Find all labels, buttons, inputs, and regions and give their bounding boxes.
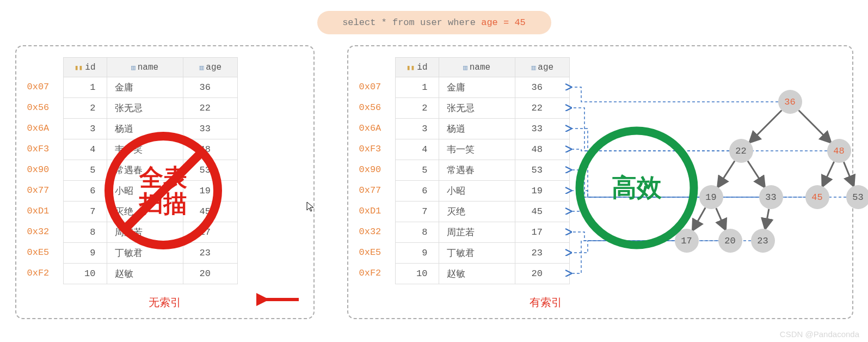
pk-icon: ▮▮ <box>407 64 415 72</box>
cell-age: 17 <box>515 222 569 243</box>
cell-age: 23 <box>515 243 569 264</box>
cell-age: 45 <box>515 201 569 222</box>
table-row: 9 丁敏君 23 <box>63 243 237 264</box>
cell-age: 48 <box>183 139 237 160</box>
pk-icon: ▮▮ <box>75 64 83 72</box>
tree-node: 45 <box>805 185 829 209</box>
cell-age: 19 <box>515 181 569 201</box>
cell-name: 金庸 <box>439 77 515 98</box>
svg-line-4 <box>798 111 829 142</box>
table-row: 7 灭绝 45 <box>63 201 237 222</box>
cell-age: 23 <box>183 243 237 264</box>
cell-name: 赵敏 <box>107 264 183 284</box>
row-address: 0xD1 <box>27 201 60 222</box>
user-table-left: ▮▮id ▥name ▥age 1 金庸 362 张无忌 223 杨逍 334 … <box>63 57 238 284</box>
cell-id: 10 <box>395 264 439 284</box>
table-row: 5 常遇春 53 <box>63 160 237 181</box>
table-row: 7 灭绝 45 <box>395 201 569 222</box>
cell-name: 韦一笑 <box>107 139 183 160</box>
row-address: 0x56 <box>359 97 392 118</box>
tree-node: 19 <box>699 185 723 209</box>
cell-name: 张无忌 <box>439 98 515 119</box>
cell-name: 丁敏君 <box>439 243 515 264</box>
table-row: 4 韦一笑 48 <box>395 139 569 160</box>
table-row: 3 杨逍 33 <box>395 119 569 139</box>
tree-node: 36 <box>778 90 802 114</box>
cell-id: 5 <box>395 160 439 181</box>
table-row: 3 杨逍 33 <box>63 119 237 139</box>
svg-line-8 <box>844 162 853 185</box>
svg-line-3 <box>750 111 781 142</box>
cell-name: 常遇春 <box>439 160 515 181</box>
cell-name: 金庸 <box>107 77 183 98</box>
cell-age: 48 <box>515 139 569 160</box>
cell-name: 周芷若 <box>439 222 515 243</box>
caption-with-index: 有索引 <box>250 295 841 310</box>
cell-age: 20 <box>515 264 569 284</box>
cell-id: 1 <box>395 77 439 98</box>
svg-line-10 <box>716 208 725 229</box>
sql-highlight: age = 45 <box>481 17 526 28</box>
table-row: 5 常遇春 53 <box>395 160 569 181</box>
panel-with-index: 0x070x560x6A0xF30x900x770xD10x320xE50xF2… <box>347 45 853 319</box>
tree-node: 33 <box>759 185 783 209</box>
cell-age: 53 <box>183 160 237 181</box>
svg-line-5 <box>718 161 735 186</box>
table-row: 2 张无忌 22 <box>63 98 237 119</box>
row-address: 0xF2 <box>27 263 60 284</box>
cell-age: 45 <box>183 201 237 222</box>
cell-id: 7 <box>395 201 439 222</box>
column-icon: ▥ <box>532 64 536 72</box>
panel-no-index: 0x070x560x6A0xF30x900x770xD10x320xE50xF2… <box>15 45 315 319</box>
tree-node: 22 <box>729 139 753 163</box>
table-row: 1 金庸 36 <box>395 77 569 98</box>
cell-age: 36 <box>515 77 569 98</box>
cell-name: 杨逍 <box>107 119 183 139</box>
cell-age: 33 <box>515 119 569 139</box>
cell-name: 韦一笑 <box>439 139 515 160</box>
bst-tree: 36224819334553172023 <box>593 84 849 280</box>
cell-name: 灭绝 <box>107 201 183 222</box>
svg-line-6 <box>747 161 764 186</box>
cell-id: 5 <box>63 160 107 181</box>
cell-name: 赵敏 <box>439 264 515 284</box>
cell-age: 33 <box>183 119 237 139</box>
cell-age: 20 <box>183 264 237 284</box>
cell-id: 10 <box>63 264 107 284</box>
tree-node: 23 <box>751 229 775 253</box>
row-address: 0xE5 <box>359 242 392 263</box>
cell-age: 22 <box>183 98 237 119</box>
sql-text: select * from user where <box>342 17 481 28</box>
cell-age: 36 <box>183 77 237 98</box>
cell-id: 8 <box>63 222 107 243</box>
cell-id: 9 <box>395 243 439 264</box>
mouse-cursor-icon <box>306 201 315 215</box>
table-row: 10 赵敏 20 <box>63 264 237 284</box>
row-address: 0xF3 <box>359 139 392 160</box>
cell-id: 2 <box>395 98 439 119</box>
cell-id: 2 <box>63 98 107 119</box>
column-icon: ▥ <box>200 64 204 72</box>
cell-id: 6 <box>63 181 107 201</box>
row-address: 0x56 <box>27 97 60 118</box>
svg-line-7 <box>823 162 834 185</box>
row-address: 0x32 <box>27 222 60 242</box>
svg-line-11 <box>765 209 769 228</box>
column-icon: ▥ <box>463 64 467 72</box>
row-address: 0x07 <box>27 77 60 97</box>
cell-name: 常遇春 <box>107 160 183 181</box>
cell-id: 3 <box>63 119 107 139</box>
row-address: 0x32 <box>359 222 392 242</box>
tree-node: 17 <box>675 229 699 253</box>
table-row: 8 周芷若 17 <box>395 222 569 243</box>
cell-id: 8 <box>395 222 439 243</box>
tree-node: 53 <box>846 185 869 209</box>
cell-name: 小昭 <box>439 181 515 201</box>
row-address: 0x77 <box>27 180 60 201</box>
cell-id: 4 <box>395 139 439 160</box>
user-table-right: ▮▮id ▥name ▥age 1 金庸 362 张无忌 223 杨逍 334 … <box>395 57 570 284</box>
row-address: 0xD1 <box>359 201 392 222</box>
cell-name: 灭绝 <box>439 201 515 222</box>
cell-id: 3 <box>395 119 439 139</box>
row-address: 0x07 <box>359 77 392 97</box>
